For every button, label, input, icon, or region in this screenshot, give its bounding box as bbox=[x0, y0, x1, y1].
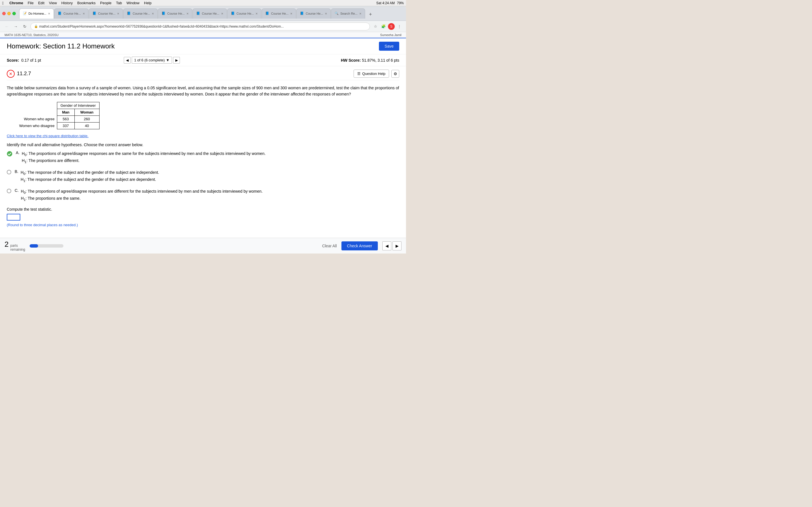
tab-close-4[interactable]: ✕ bbox=[186, 12, 189, 15]
forward-button[interactable]: → bbox=[12, 23, 19, 30]
tab-4[interactable]: 📘 Course He... ✕ bbox=[158, 8, 192, 18]
settings-button[interactable]: ⚙ bbox=[391, 70, 399, 78]
col-woman: Woman bbox=[74, 109, 99, 115]
data-table-container: Gender of Interviewer Man Woman Women wh… bbox=[16, 102, 399, 129]
option-b[interactable]: B. H0: The response of the subject and t… bbox=[7, 169, 399, 184]
tab-favicon-9: 🔍 bbox=[335, 11, 339, 15]
question-help-button[interactable]: ☰ Question Help bbox=[354, 69, 389, 78]
tab-close-9[interactable]: ✕ bbox=[359, 12, 361, 15]
tab-close-2[interactable]: ✕ bbox=[117, 12, 119, 15]
data-table: Gender of Interviewer Man Woman Women wh… bbox=[16, 102, 100, 129]
radio-b[interactable] bbox=[7, 170, 11, 174]
tab-2[interactable]: 📘 Course He... ✕ bbox=[89, 8, 123, 18]
option-a-h0: H0: The proportions of agree/disagree re… bbox=[22, 151, 266, 158]
menu-bookmarks[interactable]: Bookmarks bbox=[77, 1, 96, 5]
row-disagree-man: 337 bbox=[57, 122, 74, 129]
menu-file[interactable]: File bbox=[28, 1, 34, 5]
col-header-main: Gender of Interviewer bbox=[57, 102, 99, 109]
save-button[interactable]: Save bbox=[379, 42, 399, 51]
close-button[interactable] bbox=[2, 12, 6, 15]
menu-battery: 79% bbox=[397, 1, 404, 5]
parts-num: 2 bbox=[4, 240, 8, 249]
hw-score-label: HW Score: bbox=[341, 58, 361, 62]
question-number: 11.2.7 bbox=[17, 71, 31, 76]
option-a[interactable]: A. H0: The proportions of agree/disagree… bbox=[7, 151, 399, 165]
answer-input[interactable] bbox=[7, 214, 20, 221]
option-a-h1: H1: The proportions are different. bbox=[22, 158, 266, 165]
menu-chrome[interactable]: Chrome bbox=[9, 1, 23, 5]
radio-c[interactable] bbox=[7, 189, 11, 193]
bottom-prev-button[interactable]: ◀ bbox=[382, 241, 391, 250]
identify-text: Identify the null and alternative hypoth… bbox=[7, 143, 399, 147]
tab-8[interactable]: 📘 Course He... ✕ bbox=[296, 8, 331, 18]
menu-view[interactable]: View bbox=[49, 1, 57, 5]
tab-label-0: Do Homew... bbox=[29, 12, 46, 15]
hw-score-value: 51.87%, 3.11 of 6 pts bbox=[362, 58, 399, 62]
title-bar: 📝 Do Homew... ✕ 📘 Course He... ✕ 📘 Cours… bbox=[0, 6, 406, 21]
tab-0[interactable]: 📝 Do Homew... ✕ bbox=[19, 8, 54, 18]
tab-favicon-2: 📘 bbox=[93, 11, 96, 15]
question-nav-controls: ◀ 1 of 6 (6 complete) ▼ ▶ bbox=[124, 57, 180, 64]
question-selector[interactable]: 1 of 6 (6 complete) ▼ bbox=[132, 57, 172, 64]
tab-6[interactable]: 📘 Course He... ✕ bbox=[227, 8, 262, 18]
tab-close-5[interactable]: ✕ bbox=[221, 12, 223, 15]
tab-close-1[interactable]: ✕ bbox=[83, 12, 85, 15]
main-scroll: MATH 1635-NET10, Statistics, 2020SU Sume… bbox=[0, 32, 406, 229]
menu-edit[interactable]: Edit bbox=[38, 1, 44, 5]
list-icon: ☰ bbox=[357, 71, 361, 76]
menu-bar:  Chrome File Edit View History Bookmark… bbox=[0, 0, 406, 6]
minimize-button[interactable] bbox=[7, 12, 11, 15]
next-question-button[interactable]: ▶ bbox=[173, 57, 180, 64]
tab-favicon-4: 📘 bbox=[161, 11, 165, 15]
prev-question-button[interactable]: ◀ bbox=[124, 57, 131, 64]
address-bar: ← → ↻ 🔒 mathxl.com/Student/PlayerHomewor… bbox=[0, 21, 406, 32]
tab-favicon-8: 📘 bbox=[300, 11, 304, 15]
row-disagree-label: Women who disagree bbox=[16, 122, 57, 129]
chi-square-link[interactable]: Click here to view the chi-square distri… bbox=[7, 134, 399, 138]
option-c-text: H0: The proportions of agree/disagree re… bbox=[21, 188, 262, 203]
menu-history[interactable]: History bbox=[61, 1, 73, 5]
tab-favicon-7: 📘 bbox=[265, 11, 269, 15]
user-name: Sumeeha Jamil bbox=[380, 33, 402, 37]
tab-close-7[interactable]: ✕ bbox=[290, 12, 292, 15]
option-b-text: H0: The response of the subject and the … bbox=[20, 169, 159, 184]
tab-1[interactable]: 📘 Course He... ✕ bbox=[54, 8, 89, 18]
menu-tab[interactable]: Tab bbox=[116, 1, 122, 5]
menu-dots-icon[interactable]: ⋮ bbox=[396, 23, 403, 30]
menu-window[interactable]: Window bbox=[126, 1, 140, 5]
apple-menu[interactable]:  bbox=[2, 1, 4, 5]
tab-9[interactable]: 🔍 Search Re... ✕ bbox=[331, 8, 365, 18]
chrome-window: 📝 Do Homew... ✕ 📘 Course He... ✕ 📘 Cours… bbox=[0, 6, 406, 253]
tab-close-3[interactable]: ✕ bbox=[152, 12, 154, 15]
new-tab-button[interactable]: + bbox=[366, 11, 374, 18]
profile-icon[interactable]: S bbox=[388, 23, 395, 30]
maximize-button[interactable] bbox=[12, 12, 16, 15]
bookmark-star-icon[interactable]: ☆ bbox=[372, 23, 379, 30]
tabs-container: 📝 Do Homew... ✕ 📘 Course He... ✕ 📘 Cours… bbox=[19, 8, 404, 18]
url-bar[interactable]: 🔒 mathxl.com/Student/PlayerHomework.aspx… bbox=[31, 22, 370, 31]
question-area: ✕ 11.2.7 ☰ Question Help ⚙ The table bel… bbox=[0, 66, 406, 229]
tab-label-3: Course He... bbox=[133, 12, 150, 15]
tab-7[interactable]: 📘 Course He... ✕ bbox=[262, 8, 296, 18]
clear-all-button[interactable]: Clear All bbox=[322, 244, 337, 248]
menu-time: Sat 4:24 AM bbox=[376, 1, 395, 5]
tab-3[interactable]: 📘 Course He... ✕ bbox=[123, 8, 158, 18]
back-button[interactable]: ← bbox=[3, 23, 10, 30]
tab-close-6[interactable]: ✕ bbox=[255, 12, 258, 15]
parts-label: partsremaining bbox=[10, 244, 25, 252]
tab-favicon-3: 📘 bbox=[127, 11, 131, 15]
tab-label-8: Course He... bbox=[306, 12, 323, 15]
check-answer-button[interactable]: Check Answer bbox=[342, 241, 378, 250]
svg-point-0 bbox=[7, 151, 12, 156]
option-c[interactable]: C. H0: The proportions of agree/disagree… bbox=[7, 188, 399, 203]
question-selector-text: 1 of 6 (6 complete) bbox=[134, 58, 165, 62]
tab-5[interactable]: 📘 Course He... ✕ bbox=[193, 8, 227, 18]
score-value: 0.17 of 1 pt bbox=[21, 58, 41, 62]
menu-people[interactable]: People bbox=[100, 1, 111, 5]
refresh-button[interactable]: ↻ bbox=[21, 23, 28, 30]
bottom-next-button[interactable]: ▶ bbox=[393, 241, 402, 250]
extension-icon[interactable]: 🧩 bbox=[380, 23, 387, 30]
menu-help[interactable]: Help bbox=[144, 1, 152, 5]
tab-close-0[interactable]: ✕ bbox=[48, 12, 50, 15]
tab-close-8[interactable]: ✕ bbox=[325, 12, 327, 15]
